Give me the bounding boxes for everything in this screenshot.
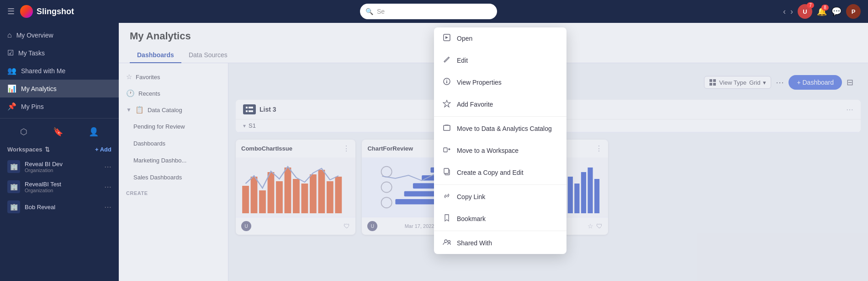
logo-icon <box>20 5 33 18</box>
layers-icon[interactable]: ⬡ <box>16 125 31 139</box>
menu-item-edit[interactable]: Edit <box>434 49 566 71</box>
workspace-bob-reveal[interactable]: 🏢 Bob Reveal ⋯ <box>0 197 119 217</box>
nav-back-icon[interactable]: ‹ <box>783 7 786 16</box>
workspace-name: Bob Reveal <box>25 204 100 211</box>
svg-rect-52 <box>444 168 449 173</box>
sidebar-item-my-tasks[interactable]: ☑ My Tasks <box>0 44 119 62</box>
svg-point-25 <box>381 167 392 177</box>
workspaces-sort[interactable]: Workspaces ⇅ <box>7 146 50 153</box>
folder-item-marketing[interactable]: Marketing Dashbo... ⋯ <box>119 152 228 169</box>
top-navigation: ☰ Slingshot 🔍 Se ‹ › U 7 🔔 8 💬 P <box>0 0 868 23</box>
sidebar-item-my-pins[interactable]: 📌 My Pins <box>0 97 119 115</box>
add-workspace-button[interactable]: + Add <box>95 146 111 153</box>
sidebar-item-my-overview[interactable]: ⌂ My Overview <box>0 27 119 44</box>
folder-item-sales[interactable]: Sales Dashboards ⋯ <box>119 169 228 186</box>
view-type-button[interactable]: View Type Grid ▾ <box>704 76 771 89</box>
svg-rect-15 <box>302 184 308 213</box>
svg-rect-8 <box>242 186 249 213</box>
svg-rect-39 <box>568 177 573 213</box>
folder-item-dashboards[interactable]: Dashboards ⋯ <box>119 135 228 152</box>
sidebar-item-label: My Overview <box>16 32 53 39</box>
list-icon <box>246 107 253 112</box>
card-more-icon[interactable]: ⋮ <box>595 144 603 153</box>
move-workspace-icon <box>442 146 451 156</box>
menu-item-create-copy[interactable]: Create a Copy and Edit <box>434 162 566 184</box>
workspace-revealbi-test[interactable]: 🏢 RevealBI Test Organization ⋯ <box>0 177 119 197</box>
menu-item-shared-with[interactable]: Shared With <box>434 232 566 254</box>
main-layout: ⌂ My Overview ☑ My Tasks 👥 Shared with M… <box>0 23 868 281</box>
svg-point-26 <box>381 182 392 192</box>
folder-item-recents[interactable]: 🕐 Recents <box>119 85 228 102</box>
sidebar-item-shared-with-me[interactable]: 👥 Shared with Me <box>0 62 119 80</box>
sidebar: ⌂ My Overview ☑ My Tasks 👥 Shared with M… <box>0 23 119 281</box>
svg-point-53 <box>445 240 447 243</box>
user-badge: 7 <box>807 2 814 8</box>
filter-icon[interactable]: ⊟ <box>847 77 853 87</box>
search-bar[interactable]: 🔍 Se <box>360 4 497 19</box>
user-avatar-button[interactable]: U 7 <box>798 4 812 19</box>
folder-label: Sales Dashboards <box>133 174 210 181</box>
star-icon[interactable]: ☆ <box>587 222 593 230</box>
workspace-more-icon[interactable]: ⋯ <box>104 162 111 171</box>
nav-forward-icon[interactable]: › <box>790 7 793 16</box>
svg-rect-19 <box>335 177 342 213</box>
notifications-badge: 8 <box>821 5 829 11</box>
menu-item-open[interactable]: Open <box>434 27 566 49</box>
profile-button[interactable]: P <box>846 4 861 19</box>
list3-title: List 3 <box>259 106 276 113</box>
profile-avatar: P <box>846 4 861 19</box>
card-date: Mar 17, 2022 <box>405 223 434 229</box>
menu-item-add-favorite[interactable]: Add Favorite <box>434 93 566 115</box>
menu-item-bookmark[interactable]: Bookmark <box>434 208 566 230</box>
tab-dashboards[interactable]: Dashboards <box>130 48 181 63</box>
card-more-icon[interactable]: ⋮ <box>343 144 350 153</box>
sidebar-item-my-analytics[interactable]: 📊 My Analytics <box>0 80 119 97</box>
search-input[interactable]: Se <box>377 8 385 15</box>
menu-item-label: Add Favorite <box>457 101 493 108</box>
workspace-more-icon[interactable]: ⋯ <box>104 183 111 191</box>
toolbar-more-icon[interactable]: ⋯ <box>776 77 784 87</box>
menu-item-move-workspace[interactable]: Move to a Workspace <box>434 140 566 162</box>
create-section-label: CREATE <box>119 186 228 198</box>
folder-item-favorites[interactable]: ☆ Favorites <box>119 69 228 85</box>
workspace-info: Bob Reveal <box>25 204 100 211</box>
card-avatar: U <box>241 221 251 231</box>
info-icon <box>442 77 451 87</box>
workspace-more-icon[interactable]: ⋯ <box>104 203 111 211</box>
s1-label: S1 <box>249 122 256 129</box>
sidebar-item-label: My Tasks <box>18 49 45 57</box>
folder-item-pending[interactable]: Pending for Review ⋯ <box>119 118 228 135</box>
chat-button[interactable]: 💬 <box>831 6 842 16</box>
folder-label: Favorites <box>136 74 221 81</box>
s1-arrow-icon: ▾ <box>243 123 246 129</box>
view-type-mode: Grid <box>749 79 761 86</box>
people-icon[interactable]: 👤 <box>85 125 102 139</box>
add-dashboard-button[interactable]: + Dashboard <box>789 75 842 90</box>
view-type-label: View Type <box>719 79 746 86</box>
bookmark-sidebar-icon[interactable]: 🔖 <box>49 125 67 139</box>
svg-marker-48 <box>443 100 450 107</box>
menu-item-move-catalog[interactable]: Move to Data & Analytics Catalog <box>434 118 566 140</box>
add-dashboard-label: + Dashboard <box>797 79 834 86</box>
folder-label: Pending for Review <box>133 123 210 130</box>
workspace-icon: 🏢 <box>7 200 20 213</box>
svg-rect-9 <box>251 177 258 213</box>
chat-icon: 💬 <box>831 7 842 16</box>
collapse-icon: ▼ <box>126 107 132 113</box>
shared-with-icon <box>442 238 451 248</box>
folder-item-data-catalog[interactable]: ▼ 📋 Data Catalog <box>119 102 228 118</box>
notifications-button[interactable]: 🔔 8 <box>817 6 827 16</box>
menu-item-copy-link[interactable]: Copy Link <box>434 186 566 208</box>
folder-label: Data Catalog <box>148 107 221 113</box>
shared-icon: 👥 <box>7 66 16 75</box>
svg-rect-7 <box>249 110 253 112</box>
tab-data-sources[interactable]: Data Sources <box>181 48 235 63</box>
star-menu-icon <box>442 99 451 109</box>
menu-item-view-properties[interactable]: View Properties <box>434 71 566 93</box>
svg-rect-17 <box>318 170 325 213</box>
hamburger-icon[interactable]: ☰ <box>7 6 15 16</box>
workspace-reveal-bi-dev[interactable]: 🏢 Reveal BI Dev Organization ⋯ <box>0 157 119 177</box>
svg-rect-40 <box>574 184 579 213</box>
list3-more-icon[interactable]: ⋯ <box>846 105 853 114</box>
menu-item-label: Move to Data & Analytics Catalog <box>457 125 552 132</box>
